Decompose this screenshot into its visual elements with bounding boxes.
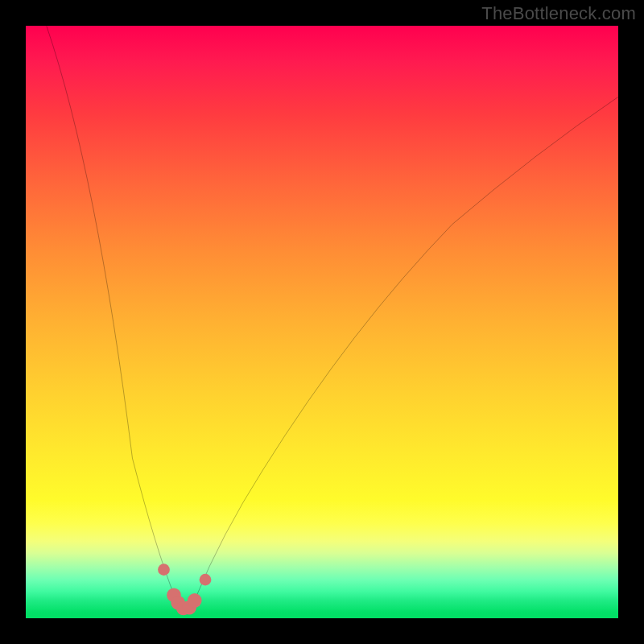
trough-marker — [188, 593, 202, 608]
trough-marker — [158, 564, 170, 576]
chart-frame: TheBottleneck.com — [0, 0, 644, 644]
right-branch-path — [196, 97, 618, 597]
trough-marker — [200, 574, 212, 586]
plot-area — [26, 26, 618, 618]
curve-group — [47, 26, 618, 615]
watermark-text: TheBottleneck.com — [481, 3, 636, 24]
left-branch-path — [47, 26, 175, 597]
curve-layer — [26, 26, 618, 618]
